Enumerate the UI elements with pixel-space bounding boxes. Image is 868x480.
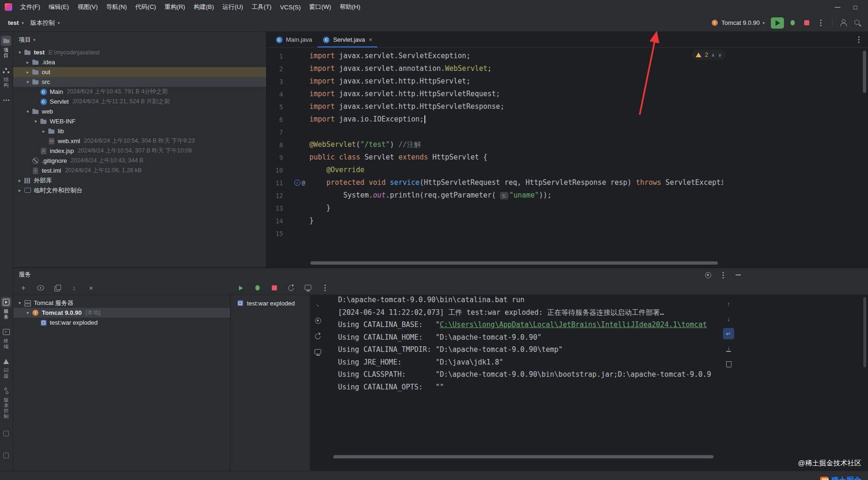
code-line[interactable]: 10 @Override [267,164,723,176]
editor-tab[interactable]: Main.java [270,32,317,47]
search-everywhere-button[interactable] [852,17,863,29]
more-options-button[interactable] [717,269,729,281]
stripe-item-问题[interactable]: 问题 [1,356,11,379]
horizontal-scrollbar[interactable] [333,455,714,458]
tree-item[interactable]: test.iml2024/6/24 上午11:06, 1.26 kB [13,166,266,175]
chevron-icon[interactable] [24,69,31,75]
code-line[interactable]: 2import javax.servlet.annotation.WebServ… [267,62,723,75]
chevron-icon[interactable] [24,109,31,114]
tree-item[interactable]: .gitignore2024/6/24 上午10:43, 344 B [13,156,266,166]
stripe-item-版本控制[interactable]: 版本控制 [1,386,11,419]
stripe-item[interactable] [1,428,11,439]
tree-item[interactable]: web.xml2024/6/24 上午10:54, 304 B 昨天 下午9:2… [13,136,266,146]
code-line[interactable]: 5import javax.servlet.http.HttpServletRe… [267,100,723,113]
code-line[interactable]: 7 [267,126,723,138]
chevron-icon[interactable] [16,188,23,193]
code-line[interactable]: 12 System.out.println(req.getParameter( … [267,189,723,202]
horizontal-scrollbar[interactable] [310,261,718,265]
tree-item[interactable]: WEB-INF [13,116,266,126]
project-panel-header[interactable]: 项目 [13,32,266,47]
menu-item[interactable]: 构建(B) [189,1,218,13]
override-method-icon[interactable] [294,180,300,186]
menu-item[interactable]: 重构(R) [160,1,189,13]
scroll-up-button[interactable] [723,298,734,309]
code-with-me-button[interactable] [838,17,849,29]
tree-item[interactable]: Servlet2024/6/24 上午11:21, 524 B 片刻之前 [13,97,266,107]
menu-item[interactable]: 编辑(E) [45,1,73,13]
editor-options-button[interactable] [853,34,864,46]
run-config-widget[interactable]: Tomcat 9.0.90 [707,17,768,29]
menu-item[interactable]: 工具(T) [247,1,276,13]
stripe-item-项目[interactable]: 项目 [1,36,11,58]
menu-item[interactable]: 视图(V) [73,1,102,13]
console-preview-button[interactable] [312,347,323,358]
clear-console-button[interactable] [723,358,734,369]
prev-problem-button[interactable] [711,53,714,58]
stop-service-button[interactable] [269,282,280,294]
stripe-item-结构[interactable]: 结构 [1,65,11,88]
chevron-icon[interactable] [16,178,23,183]
tree-item[interactable]: Tomcat 9.0.90[本地] [13,308,230,318]
code-area[interactable]: 1import javax.servlet.ServletException;2… [267,48,723,261]
run-service-button[interactable] [235,282,246,294]
tree-item[interactable]: 外部库 [13,175,266,185]
soft-wrap-button[interactable] [723,328,734,339]
code-line[interactable]: 14} [267,214,723,227]
chevron-icon[interactable] [24,310,31,315]
menu-item[interactable]: VCS(S) [276,2,305,13]
scroll-down-button[interactable] [723,313,734,324]
stripe-item[interactable] [1,95,11,105]
jump-to-source-button[interactable] [312,299,323,310]
menu-item[interactable]: 帮助(H) [335,1,364,13]
maximize-button[interactable] [846,0,864,14]
code-line[interactable]: 4import javax.servlet.http.HttpServletRe… [267,88,723,100]
tree-item[interactable]: Main2024/6/24 上午10:43, 791 B 4分钟之前 [13,87,266,97]
remove-service-button[interactable] [85,282,97,294]
vertical-scrollbar[interactable] [863,297,866,367]
chevron-icon[interactable] [32,119,39,124]
code-line[interactable]: 8@WebServlet("/test") //注解 [267,138,723,151]
menu-item[interactable]: 运行(U) [218,1,247,13]
editor-tab[interactable]: Servlet.java [317,32,378,47]
console-output[interactable]: D:\apache-tomcat-9.0.90\bin\catalina.bat… [338,295,711,469]
chevron-icon[interactable] [16,50,23,55]
stripe-item-服务[interactable]: 服务 [1,297,11,320]
stripe-item-终端[interactable]: 终端 [1,327,11,349]
more-actions-button[interactable] [815,17,826,29]
debug-service-button[interactable] [252,282,263,294]
menu-item[interactable]: 导航(N) [102,1,131,13]
tree-item[interactable]: index.jsp2024/6/24 上午10:54, 307 B 昨天 下午1… [13,146,266,156]
close-icon[interactable] [369,36,373,43]
debug-button[interactable] [787,17,798,29]
tree-item[interactable]: lib [13,126,266,136]
more-run-options-button[interactable] [319,282,330,294]
tree-item[interactable]: Tomcat 服务器 [13,298,230,308]
code-line[interactable]: 3import javax.servlet.http.HttpServlet; [267,75,723,88]
run-button[interactable] [771,17,784,29]
minimize-button[interactable] [829,0,846,14]
add-service-button[interactable] [18,282,29,294]
scroll-to-end-button[interactable] [723,343,734,354]
stop-button[interactable] [801,17,812,29]
console-file-link[interactable]: C:\Users\long\AppData\Local\JetBrains\In… [440,320,707,329]
menu-item[interactable]: 代码(C) [131,1,160,13]
code-line[interactable]: 6import java.io.IOException; [267,113,723,126]
menu-item[interactable]: 文件(F) [16,1,45,13]
open-each-in-new-tab-button[interactable] [52,282,63,294]
hide-panel-button[interactable] [732,269,744,281]
chevron-icon[interactable] [24,60,31,65]
next-problem-button[interactable] [718,53,722,58]
chevron-icon[interactable] [24,79,31,84]
console-refresh-button[interactable] [312,331,323,342]
code-line[interactable]: 15 [267,227,723,240]
tree-item[interactable]: 临时文件和控制台 [13,185,266,195]
console-settings-button[interactable] [312,315,323,326]
vcs-widget[interactable]: 版本控制 [27,17,63,29]
inspection-widget[interactable]: 2 [692,50,725,60]
tree-item[interactable]: out [13,67,266,77]
menu-item[interactable]: 窗口(W) [305,1,336,13]
stripe-item[interactable] [1,450,11,461]
code-line[interactable]: 11 protected void service(HttpServletReq… [267,176,723,189]
code-line[interactable]: 13 } [267,202,723,214]
tree-item[interactable]: src [13,77,266,87]
